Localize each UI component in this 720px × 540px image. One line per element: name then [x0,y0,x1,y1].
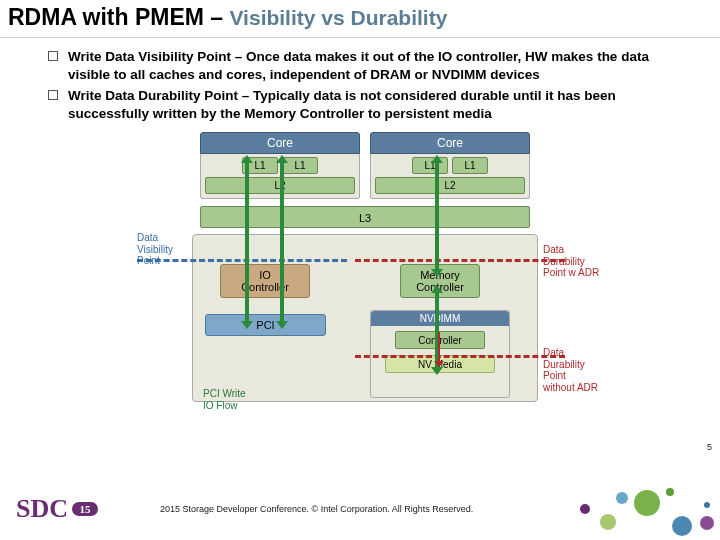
logo-year-badge: 15 [72,502,98,516]
pci-flow-label: PCI Write IO Flow [203,388,283,411]
pci-box: PCI [205,314,326,336]
durability-noadr-label: Data Durability Point without ADR [543,347,607,393]
durability-adr-label: Data Durability Point w ADR [543,244,605,279]
bullet-text: Write Data Visibility Point – Once data … [68,48,690,83]
l3-cache: L3 [200,206,530,228]
title-sub: Visibility vs Durability [229,6,447,29]
flow-arrow-icon [435,162,439,270]
io-controller-box: IO Controller [220,264,310,298]
logo-text: SDC [16,494,68,524]
title-main: RDMA with PMEM – [8,4,229,30]
core-block: Core L1L1L2 [370,132,530,199]
flow-arrow-icon [245,162,249,322]
l1-cache: L1 [452,157,488,174]
list-item: Write Data Durability Point – Typically … [48,87,690,122]
durability-line-adr [355,259,565,262]
visibility-label: Data Visibility Point [137,232,195,267]
flow-arrow-icon [280,162,284,322]
sdc-logo: SDC15 [16,494,98,524]
nvdimm-box: NVDIMM Controller NV Media [370,310,510,398]
nvdimm-header: NVDIMM [371,311,509,326]
core-header: Core [200,132,360,154]
footer: SDC15 2015 Storage Developer Conference.… [0,482,720,534]
bullet-list: Write Data Visibility Point – Once data … [0,38,720,132]
bullet-text: Write Data Durability Point – Typically … [68,87,690,122]
footer-note: 2015 Storage Developer Conference. © Int… [160,504,473,514]
list-item: Write Data Visibility Point – Once data … [48,48,690,83]
slide-title: RDMA with PMEM – Visibility vs Durabilit… [0,0,720,38]
bullet-marker-icon [48,90,58,100]
flow-arrow-icon [438,332,440,362]
nvdimm-controller: Controller [395,331,485,349]
l2-cache: L2 [375,177,525,194]
architecture-diagram: Core L1L1L2 Core L1L1L2 L3 IO Controller… [145,132,575,412]
decorative-dots-icon [560,482,720,538]
core-header: Core [370,132,530,154]
page-number: 5 [707,442,712,452]
bullet-marker-icon [48,51,58,61]
durability-line-noadr [355,355,565,358]
